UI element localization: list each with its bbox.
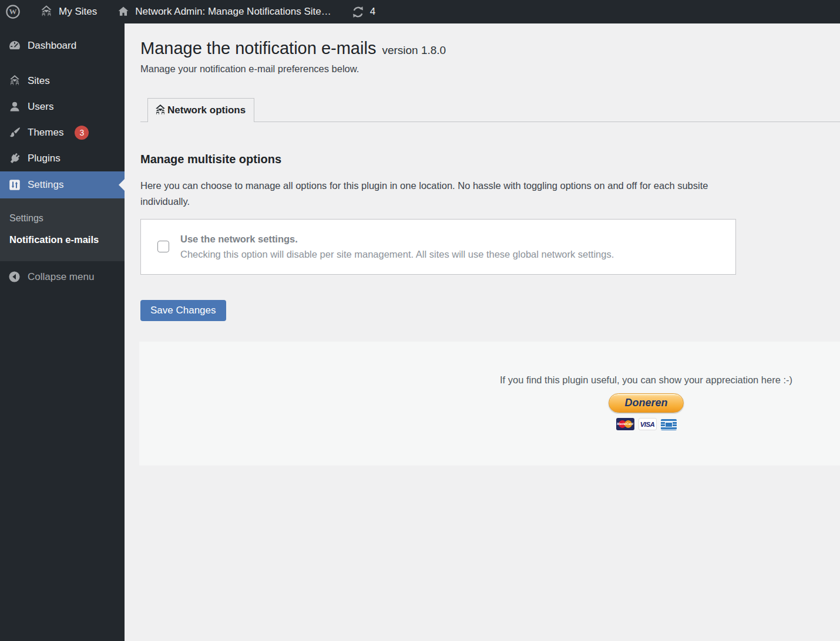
donation-message: If you find this plugin useful, you can … xyxy=(470,375,822,386)
my-sites-menu[interactable]: My Sites xyxy=(32,0,104,23)
collapse-menu-button[interactable]: Collapse menu xyxy=(0,262,125,283)
option-description: Checking this option will disable per si… xyxy=(180,249,614,260)
mastercard-label: MasterCard xyxy=(616,423,634,426)
amex-icon xyxy=(661,419,677,430)
collapse-menu-label: Collapse menu xyxy=(28,271,94,283)
current-site-menu[interactable]: Network Admin: Manage Notifications Site… xyxy=(110,0,338,23)
themes-update-badge: 3 xyxy=(75,126,89,140)
sidebar-item-label: Dashboard xyxy=(28,40,76,52)
submenu-item-notification-emails[interactable]: Notification e-mails xyxy=(9,229,125,251)
sidebar-item-label: Settings xyxy=(28,179,63,191)
paypal-donate-button[interactable]: Doneren xyxy=(609,393,684,413)
visa-icon: VISA xyxy=(639,418,657,430)
section-heading: Manage multisite options xyxy=(140,153,840,166)
option-title[interactable]: Use the network settings. xyxy=(180,234,614,245)
themes-brush-icon xyxy=(8,126,21,139)
network-settings-option-box: Use the network settings. Checking this … xyxy=(140,219,736,275)
wordpress-logo-menu[interactable]: W xyxy=(0,0,26,23)
tab-bar: Network options xyxy=(140,98,840,122)
section-intro: Here you can choose to manage all option… xyxy=(140,178,725,210)
submenu-item-settings[interactable]: Settings xyxy=(9,208,125,229)
updates-icon xyxy=(351,5,365,19)
settings-submenu: Settings Notification e-mails xyxy=(0,198,125,261)
payment-cards: MasterCard VISA xyxy=(470,418,822,430)
sidebar-item-themes[interactable]: Themes 3 xyxy=(0,120,125,146)
sidebar-item-label: Sites xyxy=(28,75,50,87)
admin-bar: W My Sites Network Admin: xyxy=(0,0,840,23)
dashboard-icon xyxy=(8,39,21,52)
multisite-icon xyxy=(154,104,167,117)
sites-icon xyxy=(8,75,21,87)
plugins-icon xyxy=(8,152,21,165)
plugin-version: version 1.8.0 xyxy=(382,44,446,56)
multisite-icon xyxy=(39,5,53,19)
users-icon xyxy=(8,100,21,113)
collapse-arrow-icon xyxy=(8,271,21,283)
home-icon xyxy=(117,5,130,18)
use-network-settings-checkbox[interactable] xyxy=(157,241,169,252)
sidebar-item-sites[interactable]: Sites xyxy=(0,68,125,94)
wp-logo-letter: W xyxy=(9,7,17,16)
mastercard-icon: MasterCard xyxy=(616,418,634,430)
tab-network-options[interactable]: Network options xyxy=(147,98,254,122)
settings-sliders-icon xyxy=(8,178,21,191)
current-site-label: Network Admin: Manage Notifications Site… xyxy=(135,6,331,18)
sidebar-item-users[interactable]: Users xyxy=(0,94,125,120)
my-sites-label: My Sites xyxy=(59,6,97,18)
sidebar-item-label: Plugins xyxy=(28,153,61,164)
sidebar-item-plugins[interactable]: Plugins xyxy=(0,146,125,171)
page-title: Manage the notification e-mails xyxy=(140,39,376,58)
wordpress-logo-icon: W xyxy=(5,4,21,19)
donation-panel: If you find this plugin useful, you can … xyxy=(139,342,840,465)
sidebar-item-label: Themes xyxy=(28,127,63,139)
sidebar-item-dashboard[interactable]: Dashboard xyxy=(0,33,125,59)
page-subtitle: Manage your notification e-mail preferen… xyxy=(140,63,840,75)
main-content: Manage the notification e-mailsversion 1… xyxy=(125,23,840,641)
sidebar-item-settings[interactable]: Settings xyxy=(0,171,125,198)
updates-indicator[interactable]: 4 xyxy=(344,0,382,23)
updates-count: 4 xyxy=(370,6,375,18)
sidebar-item-label: Users xyxy=(28,101,53,113)
option-label-block: Use the network settings. Checking this … xyxy=(180,234,614,260)
admin-sidebar: Dashboard Sites Users xyxy=(0,23,125,641)
save-changes-button[interactable]: Save Changes xyxy=(140,300,226,321)
tab-label: Network options xyxy=(167,104,246,116)
